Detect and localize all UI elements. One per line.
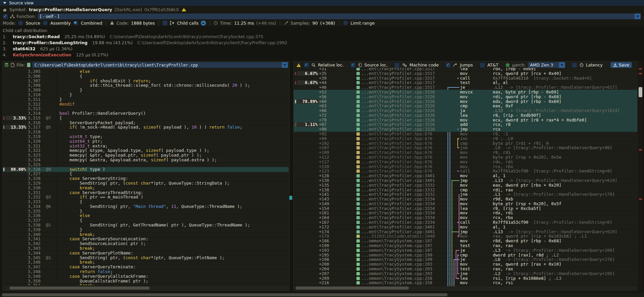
source-file-chip: [356, 142, 360, 145]
asm-operands: eax, 0xf: [493, 104, 513, 108]
line-number: 3,347: [16, 265, 41, 269]
child-call-item[interactable]: 4.KeSynchronizeExecution125 µs (0.27%): [3, 52, 108, 57]
assembly-hscrollbar-thumb[interactable]: [296, 287, 409, 290]
source-line[interactable]: 3,330 break;: [3, 186, 289, 191]
source-line[interactable]: 3,339 }: [3, 227, 289, 233]
att-syntax-checkbox[interactable]: [480, 62, 485, 68]
source-line[interactable]: 3,310 }: [3, 92, 289, 98]
assembly-vscrollbar-thumb[interactable]: [639, 87, 642, 97]
source-hscrollbar[interactable]: [3, 286, 289, 290]
child-call-time: 19.88 ms (43.21%): [92, 40, 133, 45]
source-line[interactable]: 3,309 }: [3, 88, 289, 93]
source-file-chip: [356, 109, 360, 112]
radio-assembly[interactable]: [43, 20, 48, 26]
source-line[interactable]: 3,342 SendSourceLocation( ptr );: [3, 241, 289, 246]
source-loc-label: Source loc.: [364, 62, 387, 68]
relative-loc-checkbox[interactable]: [304, 62, 309, 68]
source-line[interactable]: 3,351 break;: [3, 283, 289, 285]
file-select[interactable]: C:\Users\wolf\Desktop\darkrl\contrib\tra…: [32, 62, 288, 68]
asm-source-location: ...ent\TracyProfiler.hpp:676: [361, 132, 432, 136]
source-line[interactable]: 3,311}: [3, 97, 289, 102]
asm-source-location: ...ent\TracyProfiler.cpp:3334: [361, 211, 435, 215]
line-number: 3,309: [16, 88, 41, 92]
source-hscrollbar-thumb[interactable]: [9, 287, 150, 290]
window-hscrollbar-thumb[interactable]: [2, 293, 448, 296]
chevron-down-icon[interactable]: [282, 62, 288, 68]
code-text: #endif: [59, 102, 75, 107]
chevron-down-icon[interactable]: [635, 14, 641, 19]
source-line[interactable]: 3,336 else: [3, 213, 289, 218]
window-hscrollbar[interactable]: [0, 293, 644, 297]
assembly-hscrollbar[interactable]: [294, 286, 637, 290]
source-line[interactable]: 3,329 SendString( ptr, (const char*)ptr,…: [3, 181, 289, 186]
asm-mnemonic: lea: [460, 113, 468, 118]
line-number: 3,331: [16, 190, 41, 195]
asm-source-location: ...ent\TracyProfiler.cpp:3401: [361, 230, 435, 234]
save-button[interactable]: Save: [611, 62, 632, 68]
asm-operands: eax, dword ptr [rbx + 0x20]: [493, 183, 561, 188]
source-line[interactable]: 3,343 break;: [3, 246, 289, 251]
radio-combined[interactable]: [73, 20, 78, 26]
uarch-select[interactable]: AMD Zen 3: [528, 62, 565, 68]
code-text: }: [59, 227, 82, 232]
source-line[interactable]: 3,320 uint64_t ptr;: [3, 139, 289, 144]
source-line[interactable]: 3,324 memcpy( &extra, &payload.extra, si…: [3, 158, 289, 163]
function-select[interactable]: [ - self - ]: [38, 14, 641, 19]
code-text: {: [59, 218, 82, 223]
source-file-chip: [356, 216, 360, 219]
source-file-chip: [356, 104, 360, 108]
asm-mnemonic: mov: [460, 280, 468, 285]
source-line[interactable]: 3,338@1 SendString( ptr, GetThreadName( …: [3, 223, 289, 228]
asm-source-location: ...ent\TracyProfiler.cpp:3317: [361, 85, 435, 90]
asm-mnemonic: mov: [460, 94, 468, 99]
line-number: 3,318: [16, 130, 41, 134]
asm-source-location: ...ent\TracyProfiler.cpp:3326: [361, 108, 435, 113]
parent-frame-button[interactable]: [201, 21, 206, 26]
source-line[interactable]: 3,327 {: [3, 171, 289, 177]
asm-mnemonic: ja: [460, 108, 465, 113]
source-file-chip: [356, 72, 360, 75]
chevron-down-icon[interactable]: [559, 62, 565, 68]
source-line[interactable]: 13.33%3,317@5 if( !m_sock->Read( &payloa…: [3, 125, 289, 130]
machine-code-checkbox[interactable]: [394, 62, 400, 68]
source-line[interactable]: 3,318: [3, 130, 289, 135]
source-line[interactable]: 3.33%3,315@7{: [3, 116, 289, 121]
source-line[interactable]: 3,347 case ServerQueryTerminate:: [3, 265, 289, 270]
function-self-checkbox[interactable]: [3, 14, 8, 19]
source-line[interactable]: 3,334@6 SendString( ptr, "Main thread", …: [3, 204, 289, 209]
line-number: 3,334: [16, 204, 41, 209]
child-calls-checkbox[interactable]: [162, 20, 168, 26]
code-text: break;: [59, 283, 95, 285]
latency-checkbox[interactable]: [572, 62, 577, 68]
source-line[interactable]: 3,308 std::this_thread::sleep_for( std::…: [3, 83, 289, 88]
source-line[interactable]: 3,346 break;: [3, 260, 289, 265]
asm-source-location: ...ommon\TracySystem.cpp:258: [361, 276, 432, 281]
source-line[interactable]: 3,305 else: [3, 69, 289, 74]
asm-source-location: ...ommon\TracySystem.cpp:197: [361, 239, 432, 243]
assembly-vscrollbar[interactable]: [638, 61, 643, 290]
sample-bar: [295, 123, 296, 126]
source-line[interactable]: 3,332@3 if( ptr == m_mainThread ): [3, 195, 289, 200]
source-line[interactable]: 3,345@1 SendString( ptr, (const char*)pt…: [3, 255, 289, 261]
child-call-item[interactable]: 1.tracy::Socket::Read25.25 ms (54.89%)C:…: [3, 34, 263, 39]
source-line[interactable]: 3,350 QueueCallstackFrame( ptr );: [3, 279, 289, 284]
syringe-icon: [284, 21, 288, 25]
jumps-checkbox[interactable]: [446, 62, 451, 68]
collapse-icon[interactable]: [3, 2, 6, 4]
asm-row[interactable]: +216...ommon\TracySystem.cpp:258movrcx, …: [294, 280, 637, 286]
source-file-chip: [356, 95, 360, 99]
radio-source[interactable]: [18, 20, 23, 26]
window-titlebar[interactable]: Source view: [0, 0, 644, 6]
source-line[interactable]: 3,312#endif: [3, 102, 289, 107]
limit-range-radio[interactable]: [343, 20, 348, 26]
pane-divider-handle[interactable]: [289, 196, 292, 200]
source-line[interactable]: 80.00%3,326@9 switch( type ): [3, 167, 289, 172]
asm-source-location: ...ommon\TracySystem.cpp:203: [361, 271, 432, 276]
child-call-item[interactable]: 3.stat64i32625 µs (1.36%): [3, 46, 73, 51]
branch-dot-icon: [457, 222, 459, 223]
source-line[interactable]: 3,335 }: [3, 209, 289, 214]
branch-dot-icon: [457, 170, 459, 172]
source-line[interactable]: 3,319 uint8_t type;: [3, 134, 289, 139]
child-call-item[interactable]: 2.tracy::Profiler::SendLongString19.88 m…: [3, 40, 287, 45]
source-loc-checkbox[interactable]: [350, 62, 356, 68]
